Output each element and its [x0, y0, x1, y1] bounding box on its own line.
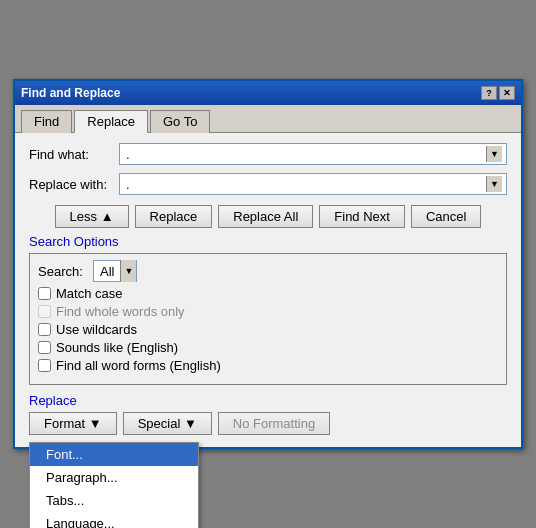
find-what-row: Find what: . ▼	[29, 143, 507, 165]
dialog-body: Find what: . ▼ Replace with: . ▼ Less ▲ …	[15, 133, 521, 447]
search-options-box: Search: All ▼ Match case Find whole word…	[29, 253, 507, 385]
find-whole-words-label: Find whole words only	[56, 304, 185, 319]
title-bar-buttons: ? ✕	[481, 86, 515, 100]
sounds-like-checkbox[interactable]	[38, 341, 51, 354]
search-select-value: All	[94, 262, 120, 281]
tab-bar: Find Replace Go To	[15, 105, 521, 133]
dialog-title: Find and Replace	[21, 86, 120, 100]
cancel-button[interactable]: Cancel	[411, 205, 481, 228]
checkbox-find-all-word-forms: Find all word forms (English)	[38, 358, 498, 373]
find-what-value: .	[124, 147, 486, 162]
find-what-dropdown-arrow[interactable]: ▼	[486, 146, 502, 162]
checkbox-use-wildcards: Use wildcards	[38, 322, 498, 337]
replace-with-row: Replace with: . ▼	[29, 173, 507, 195]
format-menu-language[interactable]: Language...	[30, 512, 198, 528]
replace-with-dropdown-arrow[interactable]: ▼	[486, 176, 502, 192]
format-dropdown-container: Format ▼ Font... Paragraph... Tabs... La…	[29, 412, 117, 435]
replace-all-button[interactable]: Replace All	[218, 205, 313, 228]
help-button[interactable]: ?	[481, 86, 497, 100]
format-menu-paragraph[interactable]: Paragraph...	[30, 466, 198, 489]
title-bar: Find and Replace ? ✕	[15, 81, 521, 105]
use-wildcards-label: Use wildcards	[56, 322, 137, 337]
checkbox-find-whole-words: Find whole words only	[38, 304, 498, 319]
checkbox-match-case: Match case	[38, 286, 498, 301]
sounds-like-label: Sounds like (English)	[56, 340, 178, 355]
special-button[interactable]: Special ▼	[123, 412, 212, 435]
find-whole-words-checkbox[interactable]	[38, 305, 51, 318]
find-all-word-forms-label: Find all word forms (English)	[56, 358, 221, 373]
find-next-button[interactable]: Find Next	[319, 205, 405, 228]
search-label: Search:	[38, 264, 93, 279]
tab-find[interactable]: Find	[21, 110, 72, 133]
tab-goto[interactable]: Go To	[150, 110, 210, 133]
use-wildcards-checkbox[interactable]	[38, 323, 51, 336]
match-case-checkbox[interactable]	[38, 287, 51, 300]
search-select[interactable]: All ▼	[93, 260, 137, 282]
replace-with-value: .	[124, 177, 486, 192]
match-case-label: Match case	[56, 286, 122, 301]
find-all-word-forms-checkbox[interactable]	[38, 359, 51, 372]
close-button[interactable]: ✕	[499, 86, 515, 100]
search-dropdown-btn[interactable]: ▼	[120, 260, 136, 282]
action-buttons-row: Less ▲ Replace Replace All Find Next Can…	[29, 205, 507, 228]
replace-with-input[interactable]: . ▼	[119, 173, 507, 195]
search-row: Search: All ▼	[38, 260, 498, 282]
format-menu-font[interactable]: Font...	[30, 443, 198, 466]
find-what-label: Find what:	[29, 147, 119, 162]
find-replace-dialog: Find and Replace ? ✕ Find Replace Go To …	[13, 79, 523, 449]
replace-button[interactable]: Replace	[135, 205, 213, 228]
find-what-input[interactable]: . ▼	[119, 143, 507, 165]
search-options-link[interactable]: Search Options	[29, 234, 507, 249]
less-button[interactable]: Less ▲	[55, 205, 129, 228]
format-dropdown-menu: Font... Paragraph... Tabs... Language...…	[29, 442, 199, 528]
no-formatting-button[interactable]: No Formatting	[218, 412, 330, 435]
checkbox-sounds-like: Sounds like (English)	[38, 340, 498, 355]
tab-replace[interactable]: Replace	[74, 110, 148, 133]
format-button[interactable]: Format ▼	[29, 412, 117, 435]
format-special-row: Format ▼ Font... Paragraph... Tabs... La…	[29, 412, 507, 435]
replace-section-link[interactable]: Replace	[29, 393, 507, 408]
replace-with-label: Replace with:	[29, 177, 119, 192]
format-menu-tabs[interactable]: Tabs...	[30, 489, 198, 512]
